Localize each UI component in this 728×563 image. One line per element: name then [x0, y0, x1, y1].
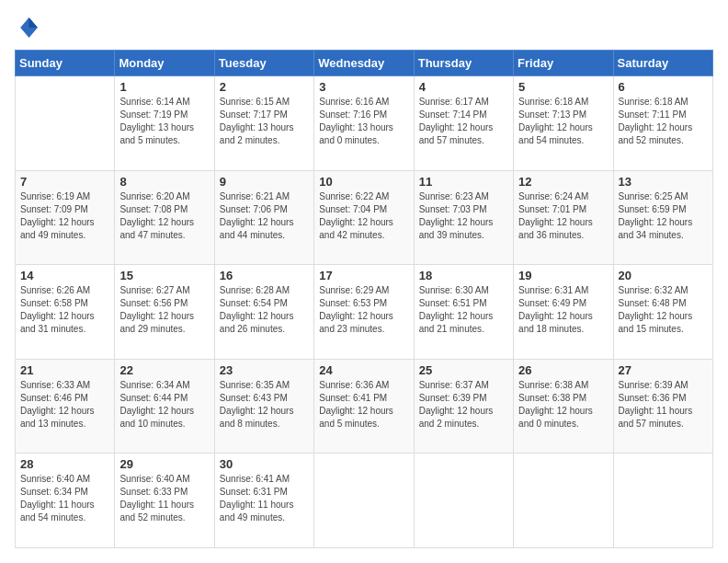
day-info: Sunrise: 6:18 AMSunset: 7:13 PMDaylight:…	[518, 96, 608, 147]
calendar-cell	[514, 454, 613, 548]
calendar-cell: 28Sunrise: 6:40 AMSunset: 6:34 PMDayligh…	[16, 454, 115, 548]
day-number: 20	[619, 269, 708, 282]
calendar-cell: 9Sunrise: 6:21 AMSunset: 7:06 PMDaylight…	[214, 170, 313, 265]
day-info: Sunrise: 6:41 AMSunset: 6:31 PMDaylight:…	[220, 473, 309, 524]
day-info: Sunrise: 6:32 AMSunset: 6:48 PMDaylight:…	[619, 284, 708, 336]
day-info: Sunrise: 6:15 AMSunset: 7:17 PMDaylight:…	[220, 96, 309, 147]
day-info: Sunrise: 6:24 AMSunset: 7:01 PMDaylight:…	[518, 190, 608, 242]
day-info: Sunrise: 6:39 AMSunset: 6:36 PMDaylight:…	[619, 379, 708, 431]
day-info: Sunrise: 6:34 AMSunset: 6:44 PMDaylight:…	[119, 379, 209, 431]
calendar-cell: 5Sunrise: 6:18 AMSunset: 7:13 PMDaylight…	[514, 76, 613, 171]
week-row-3: 21Sunrise: 6:33 AMSunset: 6:46 PMDayligh…	[16, 359, 713, 454]
header-row: SundayMondayTuesdayWednesdayThursdayFrid…	[16, 51, 713, 76]
day-number: 18	[419, 269, 508, 282]
calendar-cell: 25Sunrise: 6:37 AMSunset: 6:39 PMDayligh…	[414, 359, 513, 454]
day-number: 28	[20, 457, 109, 471]
calendar-table: SundayMondayTuesdayWednesdayThursdayFrid…	[15, 50, 713, 548]
day-number: 19	[518, 269, 608, 282]
calendar-cell: 3Sunrise: 6:16 AMSunset: 7:16 PMDaylight…	[314, 76, 414, 171]
day-header-monday: Monday	[115, 51, 214, 76]
calendar-cell: 6Sunrise: 6:18 AMSunset: 7:11 PMDaylight…	[613, 76, 712, 171]
calendar-cell: 7Sunrise: 6:19 AMSunset: 7:09 PMDaylight…	[16, 170, 115, 265]
day-number: 7	[20, 175, 109, 189]
day-info: Sunrise: 6:40 AMSunset: 6:34 PMDaylight:…	[20, 473, 109, 524]
day-header-saturday: Saturday	[613, 51, 712, 76]
day-number: 15	[119, 269, 209, 282]
day-number: 25	[419, 363, 508, 377]
calendar-cell: 24Sunrise: 6:36 AMSunset: 6:41 PMDayligh…	[314, 359, 414, 454]
week-row-1: 7Sunrise: 6:19 AMSunset: 7:09 PMDaylight…	[16, 170, 713, 265]
calendar-cell: 11Sunrise: 6:23 AMSunset: 7:03 PMDayligh…	[414, 170, 513, 265]
day-info: Sunrise: 6:20 AMSunset: 7:08 PMDaylight:…	[119, 190, 209, 242]
day-info: Sunrise: 6:22 AMSunset: 7:04 PMDaylight:…	[319, 190, 408, 242]
calendar-cell: 10Sunrise: 6:22 AMSunset: 7:04 PMDayligh…	[314, 170, 414, 265]
day-info: Sunrise: 6:36 AMSunset: 6:41 PMDaylight:…	[319, 379, 408, 431]
day-number: 12	[518, 175, 608, 189]
calendar-cell: 4Sunrise: 6:17 AMSunset: 7:14 PMDaylight…	[414, 76, 513, 171]
day-info: Sunrise: 6:27 AMSunset: 6:56 PMDaylight:…	[119, 284, 209, 336]
day-info: Sunrise: 6:35 AMSunset: 6:43 PMDaylight:…	[220, 379, 309, 431]
day-number: 23	[220, 363, 309, 377]
day-info: Sunrise: 6:19 AMSunset: 7:09 PMDaylight:…	[20, 190, 109, 242]
day-info: Sunrise: 6:29 AMSunset: 6:53 PMDaylight:…	[319, 284, 408, 336]
calendar-cell: 8Sunrise: 6:20 AMSunset: 7:08 PMDaylight…	[115, 170, 214, 265]
day-info: Sunrise: 6:26 AMSunset: 6:58 PMDaylight:…	[20, 284, 109, 336]
calendar-cell: 23Sunrise: 6:35 AMSunset: 6:43 PMDayligh…	[214, 359, 313, 454]
day-info: Sunrise: 6:17 AMSunset: 7:14 PMDaylight:…	[419, 96, 508, 147]
day-number: 9	[220, 175, 309, 189]
day-info: Sunrise: 6:14 AMSunset: 7:19 PMDaylight:…	[119, 96, 209, 147]
day-number: 30	[220, 457, 309, 471]
calendar-cell	[613, 454, 712, 548]
day-number: 1	[119, 80, 209, 94]
day-number: 8	[119, 175, 209, 189]
day-number: 3	[319, 80, 408, 94]
day-number: 11	[419, 175, 508, 189]
day-info: Sunrise: 6:16 AMSunset: 7:16 PMDaylight:…	[319, 96, 408, 147]
week-row-2: 14Sunrise: 6:26 AMSunset: 6:58 PMDayligh…	[16, 265, 713, 360]
logo-icon	[15, 15, 40, 40]
week-row-4: 28Sunrise: 6:40 AMSunset: 6:34 PMDayligh…	[16, 454, 713, 548]
header	[15, 15, 713, 40]
calendar-cell: 2Sunrise: 6:15 AMSunset: 7:17 PMDaylight…	[214, 76, 313, 171]
calendar-header: SundayMondayTuesdayWednesdayThursdayFrid…	[16, 51, 713, 76]
svg-marker-1	[29, 17, 38, 28]
day-number: 26	[518, 363, 608, 377]
calendar-cell: 15Sunrise: 6:27 AMSunset: 6:56 PMDayligh…	[115, 265, 214, 360]
day-number: 10	[319, 175, 408, 189]
page: SundayMondayTuesdayWednesdayThursdayFrid…	[0, 0, 728, 563]
day-info: Sunrise: 6:21 AMSunset: 7:06 PMDaylight:…	[220, 190, 309, 242]
calendar-cell: 19Sunrise: 6:31 AMSunset: 6:49 PMDayligh…	[514, 265, 613, 360]
calendar-cell: 21Sunrise: 6:33 AMSunset: 6:46 PMDayligh…	[16, 359, 115, 454]
week-row-0: 1Sunrise: 6:14 AMSunset: 7:19 PMDaylight…	[16, 76, 713, 171]
day-number: 16	[220, 269, 309, 282]
day-number: 14	[20, 269, 109, 282]
day-number: 22	[119, 363, 209, 377]
calendar-cell: 30Sunrise: 6:41 AMSunset: 6:31 PMDayligh…	[214, 454, 313, 548]
day-info: Sunrise: 6:25 AMSunset: 6:59 PMDaylight:…	[619, 190, 708, 242]
logo	[15, 15, 44, 40]
day-number: 4	[419, 80, 508, 94]
day-header-sunday: Sunday	[16, 51, 115, 76]
calendar-cell: 14Sunrise: 6:26 AMSunset: 6:58 PMDayligh…	[16, 265, 115, 360]
day-header-thursday: Thursday	[414, 51, 513, 76]
calendar-cell: 1Sunrise: 6:14 AMSunset: 7:19 PMDaylight…	[115, 76, 214, 171]
day-header-wednesday: Wednesday	[314, 51, 414, 76]
day-number: 13	[619, 175, 708, 189]
calendar-cell: 13Sunrise: 6:25 AMSunset: 6:59 PMDayligh…	[613, 170, 712, 265]
day-info: Sunrise: 6:30 AMSunset: 6:51 PMDaylight:…	[419, 284, 508, 336]
day-header-tuesday: Tuesday	[214, 51, 313, 76]
day-info: Sunrise: 6:23 AMSunset: 7:03 PMDaylight:…	[419, 190, 508, 242]
day-number: 24	[319, 363, 408, 377]
calendar-cell: 12Sunrise: 6:24 AMSunset: 7:01 PMDayligh…	[514, 170, 613, 265]
calendar-cell	[314, 454, 414, 548]
day-info: Sunrise: 6:37 AMSunset: 6:39 PMDaylight:…	[419, 379, 508, 431]
day-number: 29	[119, 457, 209, 471]
calendar-cell	[16, 76, 115, 171]
day-info: Sunrise: 6:18 AMSunset: 7:11 PMDaylight:…	[619, 96, 708, 147]
day-header-friday: Friday	[514, 51, 613, 76]
calendar-body: 1Sunrise: 6:14 AMSunset: 7:19 PMDaylight…	[16, 76, 713, 548]
day-number: 6	[619, 80, 708, 94]
calendar-cell: 22Sunrise: 6:34 AMSunset: 6:44 PMDayligh…	[115, 359, 214, 454]
calendar-cell: 20Sunrise: 6:32 AMSunset: 6:48 PMDayligh…	[613, 265, 712, 360]
day-info: Sunrise: 6:38 AMSunset: 6:38 PMDaylight:…	[518, 379, 608, 431]
